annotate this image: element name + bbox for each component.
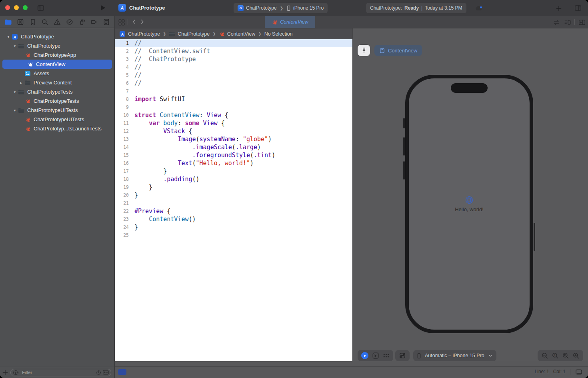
find-navigator-icon[interactable] bbox=[40, 18, 49, 26]
add-editor-icon[interactable] bbox=[578, 19, 586, 26]
breadcrumb-item[interactable]: ContentView bbox=[219, 31, 256, 37]
preview-screen[interactable]: Hello, world! bbox=[409, 78, 530, 330]
breadcrumb-item[interactable]: ChatPrototype bbox=[169, 31, 210, 37]
code-line-25[interactable]: 25 bbox=[114, 231, 352, 239]
tree-item[interactable]: ▸ Preview Content bbox=[0, 78, 114, 87]
code-line-8[interactable]: 8 import SwiftUI bbox=[114, 95, 352, 103]
device-settings-icon[interactable] bbox=[399, 352, 406, 359]
preview-device-dropdown[interactable]: Automatic – iPhone 15 Pro bbox=[413, 350, 496, 361]
code-line-9[interactable]: 9 bbox=[114, 103, 352, 111]
code-review-icon[interactable] bbox=[553, 19, 560, 26]
scheme-selector[interactable]: A ChatPrototype ❯ iPhone 15 Pro bbox=[234, 3, 328, 13]
code-line-13[interactable]: 13 Image(systemName: "globe") bbox=[114, 135, 352, 143]
bookmarks-navigator-icon[interactable] bbox=[28, 18, 37, 26]
reports-navigator-icon[interactable] bbox=[102, 18, 111, 26]
code-line-10[interactable]: 10 struct ContentView: View { bbox=[114, 111, 352, 119]
tree-item[interactable]: Assets bbox=[0, 69, 114, 78]
project-navigator-icon[interactable] bbox=[4, 18, 12, 26]
tree-item[interactable]: ▾ ChatPrototype bbox=[0, 41, 114, 50]
editor-bottom-blue-icon[interactable] bbox=[118, 369, 126, 375]
disclosure-open-icon[interactable]: ▾ bbox=[6, 35, 11, 39]
disclosure-closed-icon[interactable]: ▸ bbox=[18, 81, 24, 85]
selectable-mode-icon[interactable] bbox=[372, 352, 379, 359]
code-line-21[interactable]: 21 bbox=[114, 199, 352, 207]
code-line-6[interactable]: 6 // bbox=[114, 79, 352, 87]
code-line-15[interactable]: 15 .foregroundStyle(.tint) bbox=[114, 151, 352, 159]
preview-chip-contentview[interactable]: ContentView bbox=[374, 45, 422, 56]
go-back-icon[interactable] bbox=[131, 19, 137, 25]
preview-canvas: ContentView Hello, world! Automatic – iP… bbox=[352, 28, 588, 361]
disclosure-open-icon[interactable]: ▾ bbox=[12, 44, 18, 48]
code-line-24[interactable]: 24 } bbox=[114, 223, 352, 231]
zoom-fit-icon[interactable] bbox=[562, 352, 569, 359]
tree-item[interactable]: ▾ ChatPrototypeTests bbox=[0, 87, 114, 96]
tree-item[interactable]: ChatPrototypeUITests bbox=[0, 115, 114, 124]
zoom-out-icon[interactable] bbox=[541, 352, 548, 359]
tree-item[interactable]: ChatPrototypeApp bbox=[0, 50, 114, 60]
code-line-19[interactable]: 19 } bbox=[114, 183, 352, 191]
toggle-left-sidebar-icon[interactable] bbox=[37, 4, 44, 12]
breadcrumb-item[interactable]: No Selection bbox=[264, 31, 293, 37]
code-line-2[interactable]: 2 // ContentView.swift bbox=[114, 47, 352, 55]
code-line-17[interactable]: 17 } bbox=[114, 167, 352, 175]
close-window-button[interactable] bbox=[5, 5, 10, 10]
code-line-4[interactable]: 4 // bbox=[114, 63, 352, 71]
code-text: } bbox=[129, 184, 152, 191]
add-file-button[interactable] bbox=[0, 369, 10, 376]
code-line-18[interactable]: 18 .padding() bbox=[114, 175, 352, 183]
source-control-navigator-icon[interactable] bbox=[16, 18, 25, 26]
code-line-1[interactable]: 1 // bbox=[114, 39, 352, 47]
code-line-22[interactable]: 22 #Preview { bbox=[114, 207, 352, 215]
editor-display-toggle-icon[interactable] bbox=[575, 368, 582, 376]
go-forward-icon[interactable] bbox=[139, 19, 145, 25]
code-line-23[interactable]: 23 ContentView() bbox=[114, 215, 352, 223]
run-button[interactable] bbox=[100, 4, 106, 11]
variants-mode-icon[interactable] bbox=[383, 353, 390, 358]
tab-contentview[interactable]: ContentView bbox=[265, 16, 315, 28]
code-line-7[interactable]: 7 bbox=[114, 87, 352, 95]
zoom-window-button[interactable] bbox=[23, 5, 28, 10]
source-control-filter-icon[interactable] bbox=[103, 370, 109, 375]
file-tree: ▾ A ChatPrototype ▾ ChatPrototype ChatPr… bbox=[0, 32, 114, 133]
code-line-14[interactable]: 14 .imageScale(.large) bbox=[114, 143, 352, 151]
zoom-100-icon[interactable]: 1 bbox=[552, 352, 559, 359]
live-preview-button[interactable] bbox=[361, 352, 368, 359]
tests-navigator-icon[interactable] bbox=[65, 18, 74, 26]
breadcrumb-item[interactable]: AChatPrototype bbox=[119, 31, 160, 37]
activity-status[interactable]: ChatPrototype: Ready | Today at 3:15 PM bbox=[366, 3, 466, 13]
line-number: 11 bbox=[114, 120, 129, 126]
tree-item[interactable]: ▾ ChatPrototypeUITests bbox=[0, 106, 114, 115]
disclosure-open-icon[interactable]: ▾ bbox=[12, 108, 18, 112]
recent-files-icon[interactable] bbox=[96, 370, 101, 375]
minimize-window-button[interactable] bbox=[14, 5, 19, 10]
tree-item[interactable]: ChatPrototypeTests bbox=[0, 96, 114, 106]
code-line-11[interactable]: 11 var body: some View { bbox=[114, 119, 352, 127]
editor-options-icon[interactable] bbox=[564, 19, 571, 26]
tree-item[interactable]: ChatPrototyp...tsLaunchTests bbox=[0, 124, 114, 133]
related-items-grid-icon[interactable] bbox=[118, 19, 125, 26]
swift-icon bbox=[24, 116, 31, 123]
editor-canvas-divider[interactable] bbox=[352, 28, 353, 361]
code-line-12[interactable]: 12 VStack { bbox=[114, 127, 352, 135]
code-line-20[interactable]: 20 } bbox=[114, 191, 352, 199]
issues-navigator-icon[interactable] bbox=[53, 18, 62, 26]
debug-navigator-icon[interactable] bbox=[78, 18, 86, 26]
tree-item[interactable]: ContentView bbox=[2, 60, 112, 69]
jump-bar[interactable]: AChatPrototype❯ChatPrototype❯ContentView… bbox=[114, 28, 352, 39]
toggle-inspector-icon[interactable] bbox=[574, 4, 582, 12]
zoom-in-icon[interactable] bbox=[572, 352, 580, 359]
code-line-3[interactable]: 3 // ChatPrototype bbox=[114, 55, 352, 63]
filter-field[interactable] bbox=[10, 369, 111, 376]
code-line-5[interactable]: 5 // bbox=[114, 71, 352, 79]
code-line-16[interactable]: 16 Text("Hello, world!") bbox=[114, 159, 352, 167]
cloud-status-icon[interactable] bbox=[475, 5, 483, 11]
filter-input[interactable] bbox=[21, 370, 94, 375]
tree-item[interactable]: ▾ A ChatPrototype bbox=[0, 32, 114, 41]
tree-item-label: ChatPrototypeTests bbox=[34, 98, 79, 104]
source-editor[interactable]: 1 // 2 // ContentView.swift 3 // ChatPro… bbox=[114, 39, 352, 361]
add-button[interactable] bbox=[555, 5, 562, 12]
sidebar-divider[interactable] bbox=[114, 16, 115, 378]
disclosure-open-icon[interactable]: ▾ bbox=[12, 90, 18, 94]
pin-preview-button[interactable] bbox=[358, 45, 370, 56]
breakpoints-navigator-icon[interactable] bbox=[90, 18, 98, 26]
